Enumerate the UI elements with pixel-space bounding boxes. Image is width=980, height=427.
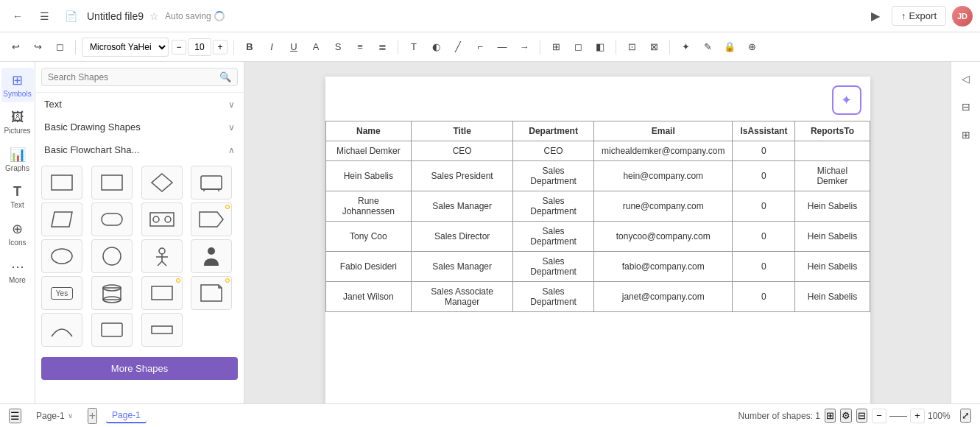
play-button[interactable]: ▶ — [865, 6, 886, 27]
cell-isAssistant: 0 — [733, 252, 795, 282]
line-style-button[interactable]: — — [493, 38, 512, 57]
shape-ellipse[interactable] — [41, 239, 82, 273]
toolbar-divider — [75, 40, 76, 54]
strikethrough-button[interactable]: S — [328, 38, 348, 57]
canvas-white[interactable]: ✦ Name Title Department Email IsAssistan… — [325, 77, 870, 403]
shape-rectangle2[interactable] — [91, 166, 133, 200]
zoom-control: − —— + 100% — [872, 409, 956, 423]
zoom-out-button[interactable]: − — [872, 409, 886, 423]
shape-parallelogram[interactable] — [41, 202, 82, 236]
avatar[interactable]: JD — [952, 6, 973, 27]
shape-person[interactable] — [141, 239, 183, 273]
sidebar-item-text[interactable]: T Text — [1, 180, 34, 214]
cell-reportsTo — [795, 141, 870, 161]
back-button[interactable]: ← — [7, 6, 28, 27]
shape-yes-label[interactable]: Yes — [41, 276, 82, 310]
ungroup-button[interactable]: ⊠ — [644, 38, 663, 57]
columns-button[interactable]: ⊟ — [856, 409, 867, 423]
settings-button[interactable]: ⚙ — [840, 409, 852, 423]
ai-button[interactable]: ✦ — [832, 85, 861, 115]
shapes-grid: Yes — [35, 161, 244, 351]
align-button[interactable]: ≡ — [350, 38, 370, 57]
shadow2-button[interactable]: ◧ — [591, 38, 610, 57]
section-flowchart[interactable]: Basic Flowchart Sha... ∧ — [35, 138, 244, 161]
more-shapes-button[interactable]: More Shapes — [41, 357, 238, 380]
star-toolbar-button[interactable]: ✦ — [676, 38, 695, 57]
right-panel-btn1[interactable]: ◁ — [955, 68, 977, 90]
shape-rectangle[interactable] — [41, 166, 82, 200]
right-panel-btn2[interactable]: ⊟ — [955, 96, 977, 118]
export-label: Export — [909, 10, 937, 21]
sidebar-item-pictures[interactable]: 🖼 Pictures — [1, 105, 34, 139]
shape-cylinder[interactable] — [91, 276, 133, 310]
section-text[interactable]: Text ∨ — [35, 93, 244, 116]
add-page-button[interactable]: + — [88, 408, 97, 424]
shape-arrow[interactable] — [191, 202, 232, 236]
active-page-tab[interactable]: Page-1 — [106, 409, 147, 423]
cell-email: hein@company.com — [594, 161, 733, 191]
top-bar-right: ▶ ↑ Export JD — [865, 6, 973, 27]
sidebar-item-graphs[interactable]: 📊 Graphs — [1, 142, 34, 177]
connector-button[interactable]: ⌐ — [470, 38, 490, 57]
shape-rounded-rect[interactable] — [91, 202, 133, 236]
arrow-button[interactable]: → — [515, 38, 534, 57]
shape-banner[interactable] — [191, 166, 232, 200]
section-flowchart-label: Basic Flowchart Sha... — [44, 144, 139, 155]
font-size-input[interactable] — [188, 38, 211, 56]
bottom-hamburger[interactable]: ☰ — [9, 409, 21, 423]
zoom-in-button[interactable]: + — [910, 409, 925, 423]
svg-rect-8 — [102, 214, 122, 225]
page-tab-1[interactable]: Page-1 ∨ — [30, 409, 79, 423]
align2-button[interactable]: ≣ — [373, 38, 392, 57]
shape-misc1[interactable] — [141, 313, 183, 347]
fill-button[interactable]: ◐ — [426, 38, 445, 57]
symbols-label: Symbols — [3, 90, 31, 98]
text-button[interactable]: T — [404, 38, 423, 57]
shape-rect-outline[interactable] — [91, 313, 133, 347]
shape-diamond[interactable] — [141, 166, 183, 200]
export-button[interactable]: ↑ Export — [892, 6, 946, 26]
line-color-button[interactable]: ╱ — [448, 38, 468, 57]
menu-button[interactable]: ☰ — [34, 6, 54, 27]
edit-button[interactable]: ✎ — [698, 38, 717, 57]
zoom-slider[interactable]: —— — [889, 411, 907, 421]
sidebar-item-icons[interactable]: ⊕ Icons — [1, 216, 34, 251]
fullscreen-button[interactable]: ⤢ — [960, 409, 971, 423]
underline-button[interactable]: U — [284, 38, 303, 57]
file-icon[interactable]: 📄 — [60, 6, 81, 27]
shape-circle[interactable] — [91, 239, 133, 273]
search-icon[interactable]: 🔍 — [219, 71, 231, 82]
shape-note[interactable] — [191, 276, 232, 310]
shadow-button[interactable]: ◻ — [568, 38, 588, 57]
sidebar-item-symbols[interactable]: ⊞ Symbols — [1, 68, 34, 102]
shape-tape[interactable] — [141, 202, 183, 236]
table-row: Janet WilsonSales Associate ManagerSales… — [325, 282, 870, 312]
select-button[interactable]: ◻ — [50, 38, 69, 57]
section-basic-drawing[interactable]: Basic Drawing Shapes ∨ — [35, 116, 244, 138]
font-family-select[interactable]: Microsoft YaHei — [82, 38, 169, 57]
group-button[interactable]: ⊡ — [622, 38, 641, 57]
undo-button[interactable]: ↩ — [6, 38, 25, 57]
sidebar-item-more[interactable]: ⋯ More — [1, 254, 34, 289]
shape-bracket[interactable] — [141, 276, 183, 310]
font-size-decrease[interactable]: − — [172, 40, 186, 54]
insert-button[interactable]: ⊕ — [742, 38, 761, 57]
shape-actor[interactable] — [191, 239, 232, 273]
layers-button[interactable]: ⊞ — [825, 409, 836, 423]
redo-button[interactable]: ↪ — [28, 38, 47, 57]
italic-button[interactable]: I — [262, 38, 281, 57]
right-panel-btn3[interactable]: ⊞ — [955, 124, 977, 146]
svg-rect-25 — [102, 323, 122, 336]
star-icon[interactable]: ☆ — [149, 10, 159, 22]
svg-point-11 — [165, 216, 171, 222]
font-size-increase[interactable]: + — [213, 40, 228, 54]
lock-button[interactable]: 🔒 — [720, 38, 739, 57]
auto-saving-status: Auto saving — [165, 11, 225, 21]
cell-department: Sales Department — [513, 222, 594, 252]
border-button[interactable]: ⊞ — [546, 38, 565, 57]
search-input[interactable] — [48, 72, 215, 82]
shape-arc[interactable] — [41, 313, 82, 347]
font-color-button[interactable]: A — [306, 38, 325, 57]
bold-button[interactable]: B — [240, 38, 259, 57]
canvas-area[interactable]: ✦ Name Title Department Email IsAssistan… — [244, 62, 951, 403]
